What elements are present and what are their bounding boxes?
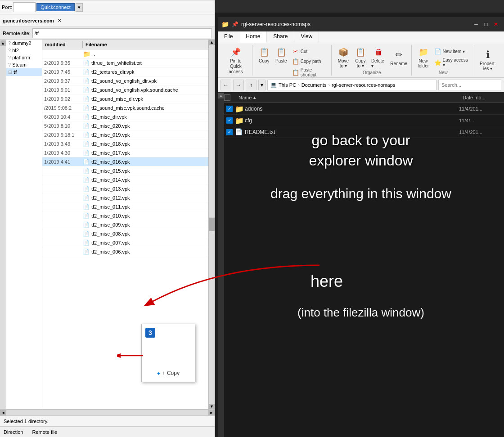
copy-to-btn[interactable]: 📋 Copyto ▾ — [352, 46, 369, 69]
fz-file-row-6[interactable]: 6/2019 10:4 📄 tf2_misc_dir.vpk — [42, 112, 208, 121]
fz-file-row-20[interactable]: 📄 tf2_misc_007.vpk — [42, 238, 208, 247]
vpk-icon-7: 📄 — [83, 123, 90, 129]
new-folder-btn[interactable]: 📁 Newfolder — [415, 46, 432, 69]
minimize-btn[interactable]: ─ — [472, 20, 481, 29]
fz-remote-file-tab[interactable]: Remote file — [32, 429, 57, 435]
fz-remote-site-label: Remote site: — [3, 31, 31, 36]
fz-file-row-1[interactable]: 2/2019 7:45 📄 tf2_textures_dir.vpk — [42, 67, 208, 76]
ribbon-tab-view[interactable]: View — [294, 31, 319, 43]
fz-file-row-15[interactable]: 📄 tf2_misc_012.vpk — [42, 193, 208, 202]
vpk-icon-5: 📄 — [83, 105, 90, 111]
nav-up-btn[interactable]: ↑ — [246, 80, 256, 90]
explorer-title: rgl-server-resources-nomaps — [241, 21, 469, 27]
exp-check-addons[interactable] — [224, 106, 235, 112]
fz-tree-item-tf[interactable]: ⊟ tf — [6, 68, 42, 76]
drag-overlay: 3 + + Copy — [141, 324, 195, 382]
exp-col-date[interactable]: Date mo... — [459, 95, 504, 100]
fz-file-row-3[interactable]: 1/2019 9:01 📄 tf2_sound_vo_english.vpk.s… — [42, 85, 208, 94]
fz-file-row-18[interactable]: 📄 tf2_misc_009.vpk — [42, 220, 208, 229]
exp-file-name-readme: README.txt — [245, 129, 459, 135]
fz-file-row-9[interactable]: 1/2019 3:43 📄 tf2_misc_018.vpk — [42, 139, 208, 148]
fz-quickconnect-dropdown[interactable]: ▾ — [76, 3, 83, 12]
fz-file-row-2[interactable]: 2/2019 9:37 📄 tf2_sound_vo_english_dir.v… — [42, 76, 208, 85]
exp-check-readme[interactable] — [224, 129, 235, 135]
new-item-btn[interactable]: 📄 New item ▾ — [432, 47, 471, 56]
fz-file-row-11[interactable]: 1/2019 4:41 📄 tf2_misc_016.vpk — [42, 157, 208, 166]
fz-remote-site-input[interactable] — [32, 28, 212, 38]
breadcrumb-current[interactable]: rgl-server-resources-nomaps — [332, 82, 395, 88]
fz-tree-item-hl2[interactable]: ? hl2 — [6, 47, 42, 54]
fz-quickconnect-btn[interactable]: Quickconnect — [36, 3, 75, 11]
fz-file-row-7[interactable]: 5/2019 8:10 📄 tf2_misc_020.vpk — [42, 121, 208, 130]
nav-forward-btn[interactable]: → — [233, 80, 244, 90]
paste-btn[interactable]: 📋 Paste — [273, 46, 289, 64]
exp-col-name[interactable]: Name ▲ — [235, 95, 459, 100]
copy-path-btn[interactable]: 📋 Copy path — [290, 57, 328, 66]
delete-btn[interactable]: 🗑 Delete ▾ — [369, 46, 388, 69]
new-label: New — [415, 69, 471, 75]
fz-vscroll-left[interactable]: ▲ — [0, 40, 6, 409]
fz-file-row-8[interactable]: 2/2019 9:18:1 📄 tf2_misc_019.vpk — [42, 130, 208, 139]
breadcrumb-this-pc[interactable]: This PC — [279, 82, 296, 88]
vpk-icon-3: 📄 — [83, 87, 90, 93]
vpk-icon-16: 📄 — [83, 204, 90, 210]
easy-access-btn[interactable]: ⭐ Easy access ▾ — [432, 57, 471, 68]
fz-col-modified[interactable]: modified — [42, 41, 83, 48]
vpk-icon-14: 📄 — [83, 186, 90, 192]
fz-close-tab[interactable]: ✕ — [58, 18, 61, 23]
exp-files-header: Name ▲ Date mo... — [224, 92, 504, 103]
exp-left-scrollbar[interactable]: ▲ — [218, 92, 224, 437]
ribbon-tab-home[interactable]: Home — [239, 31, 267, 43]
fz-vscroll-right[interactable]: ▲ ▼ — [208, 40, 215, 409]
cut-btn[interactable]: ✂ Cut — [290, 47, 328, 56]
ribbon-tab-share[interactable]: Share — [267, 31, 294, 43]
nav-back-btn[interactable]: ← — [220, 80, 231, 90]
fz-hscroll[interactable]: ◄ ► — [0, 409, 215, 415]
fz-file-row-14[interactable]: 📄 tf2_misc_013.vpk — [42, 184, 208, 193]
move-to-btn[interactable]: 📦 Moveto ▾ — [335, 46, 351, 69]
fz-remote-site-bar: Remote site: — [0, 27, 215, 40]
exp-file-date-cfg: 11/4/... — [459, 118, 504, 123]
exp-search-input[interactable] — [438, 80, 501, 90]
explorer-panel: 📁 📌 rgl-server-resources-nomaps ─ □ ✕ Fi… — [218, 17, 504, 437]
vpk-icon-18: 📄 — [83, 222, 90, 228]
fz-file-row-5[interactable]: /2019 9:08:2 📄 tf2_sound_misc.vpk.sound.… — [42, 103, 208, 112]
fz-file-row-21[interactable]: 📄 tf2_misc_006.vpk — [42, 247, 208, 256]
fz-file-row-12[interactable]: 📄 tf2_misc_015.vpk — [42, 166, 208, 175]
paste-shortcut-btn[interactable]: 📋 Paste shortcut — [290, 67, 328, 78]
rename-btn[interactable]: ✏ Rename — [389, 49, 409, 67]
vpk-icon-8: 📄 — [83, 132, 90, 138]
fz-tree-item-steam[interactable]: ? Steam — [6, 61, 42, 68]
exp-file-row-cfg[interactable]: 📁 cfg 11/4/... — [224, 115, 504, 126]
fz-file-row-13[interactable]: 📄 tf2_misc_014.vpk — [42, 175, 208, 184]
fz-direction-tab[interactable]: Direction — [4, 429, 23, 435]
fz-tree-item-platform[interactable]: ? platform — [6, 54, 42, 61]
maximize-btn[interactable]: □ — [482, 20, 490, 29]
breadcrumb-sep2: › — [328, 82, 330, 88]
properties-btn[interactable]: ℹ Propert-ies ▾ — [478, 49, 498, 72]
exp-file-row-readme[interactable]: 📄 README.txt 11/4/201... — [224, 126, 504, 138]
vpk-icon-15: 📄 — [83, 195, 90, 201]
recent-btn[interactable]: ▾ — [258, 80, 266, 90]
exp-file-row-addons[interactable]: 📁 addons 11/4/201... — [224, 103, 504, 115]
exp-title-btns: ─ □ ✕ — [472, 20, 500, 29]
close-btn[interactable]: ✕ — [491, 20, 500, 29]
fz-file-row-10[interactable]: 1/2019 4:30 📄 tf2_misc_017.vpk — [42, 148, 208, 157]
fz-file-row-0[interactable]: 2/2019 9:35 📄 tftrue_item_whitelist.txt — [42, 58, 208, 67]
exp-select-all[interactable] — [224, 94, 235, 101]
fz-file-row-16[interactable]: 📄 tf2_misc_011.vpk — [42, 202, 208, 211]
fz-port-input[interactable] — [13, 2, 36, 12]
fz-file-row-17[interactable]: 📄 tf2_misc_010.vpk — [42, 211, 208, 220]
fz-tree-item-dummy2[interactable]: ? dummy2 — [6, 40, 42, 47]
drag-arrow-icon — [117, 349, 144, 362]
copy-btn[interactable]: 📋 Copy — [256, 46, 272, 64]
fz-file-row-dotdot[interactable]: 📁 .. — [42, 49, 208, 58]
exp-breadcrumb[interactable]: 💻 This PC › Documents › rgl-server-resou… — [267, 80, 436, 90]
exp-check-cfg[interactable] — [224, 117, 235, 124]
fz-file-row-4[interactable]: 1/2019 9:02 📄 tf2_sound_misc_dir.vpk — [42, 94, 208, 103]
breadcrumb-documents[interactable]: Documents — [302, 82, 327, 88]
pin-quick-access-btn[interactable]: 📌 Pin to Quickaccess — [222, 46, 249, 76]
ribbon-tab-file[interactable]: File — [218, 31, 239, 43]
fz-file-row-19[interactable]: 📄 tf2_misc_008.vpk — [42, 229, 208, 238]
fz-col-filename[interactable]: Filename — [83, 41, 208, 48]
